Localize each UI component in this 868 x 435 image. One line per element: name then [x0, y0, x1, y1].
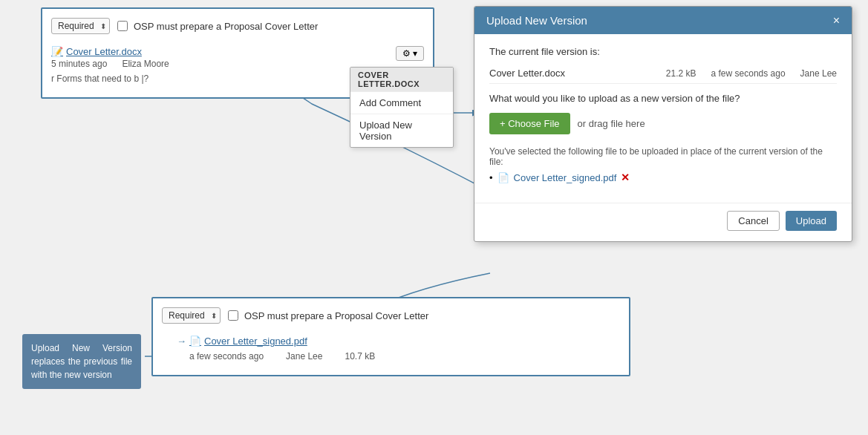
cancel-button[interactable]: Cancel — [727, 211, 779, 231]
bottom-file-size: 10.7 kB — [345, 351, 375, 362]
truncated-text: r Forms that need to b |? — [51, 73, 396, 84]
bottom-osp-checkbox-label[interactable]: OSP must prepare a Proposal Cover Letter — [228, 310, 428, 321]
modal-footer: Cancel Upload — [474, 203, 852, 241]
osp-label-text: OSP must prepare a Proposal Cover Letter — [134, 21, 318, 32]
required-select-wrapper[interactable]: Required — [51, 18, 110, 34]
osp-checkbox[interactable] — [117, 21, 128, 31]
modal-close-button[interactable]: × — [833, 15, 840, 27]
bottom-pdf-icon: 📄 — [189, 336, 201, 347]
current-file-version-row: Cover Letter.docx 21.2 kB a few seconds … — [489, 63, 837, 84]
top-panel-header: Required OSP must prepare a Proposal Cov… — [51, 18, 424, 34]
upload-button[interactable]: Upload — [786, 211, 837, 231]
top-file-info: 📝 Cover Letter.docx 5 minutes ago Eliza … — [51, 46, 396, 84]
gear-btn-wrapper: ⚙ ▾ COVER LETTER.DOCX Add Comment Upload… — [396, 46, 424, 61]
selected-file-name: Cover Letter_signed.pdf — [514, 172, 617, 183]
bottom-file-row: → 📄 Cover Letter_signed.pdf a few second… — [177, 331, 620, 366]
selected-file-label: You've selected the following file to be… — [489, 146, 837, 167]
tooltip-box: Upload New Version replaces the previous… — [22, 334, 141, 389]
bottom-file-user: Jane Lee — [286, 351, 322, 362]
required-select[interactable]: Required — [51, 18, 110, 34]
context-menu-header: COVER LETTER.DOCX — [350, 68, 453, 91]
bottom-panel-header: Required OSP must prepare a Proposal Cov… — [162, 307, 620, 324]
gear-dropdown-icon: ▾ — [413, 48, 417, 59]
pdf-icon: 📄 — [497, 172, 509, 183]
drag-text: or drag file here — [578, 118, 645, 129]
modal-body: The current file version is: Cover Lette… — [474, 34, 852, 195]
modal-title: Upload New Version — [486, 14, 587, 27]
arrow-indicator: → — [177, 336, 186, 347]
bottom-file-link[interactable]: 📄 Cover Letter_signed.pdf — [189, 336, 620, 347]
selected-file-item: • 📄 Cover Letter_signed.pdf ✕ — [489, 171, 837, 183]
upload-file-area: + Choose File or drag file here — [489, 113, 837, 134]
top-file-row: 📝 Cover Letter.docx 5 minutes ago Eliza … — [51, 42, 424, 88]
upload-modal: Upload New Version × The current file ve… — [474, 6, 852, 242]
top-file-meta: 5 minutes ago Eliza Moore — [51, 59, 396, 69]
docx-icon: 📝 — [51, 46, 63, 57]
top-file-time: 5 minutes ago — [51, 59, 107, 69]
bottom-osp-label-text: OSP must prepare a Proposal Cover Letter — [244, 310, 428, 321]
top-file-link[interactable]: 📝 Cover Letter.docx — [51, 46, 396, 57]
upload-new-version-menu-item[interactable]: Upload New Version — [350, 114, 453, 147]
current-file-size: 21.2 kB — [666, 68, 696, 79]
tooltip-text: Upload New Version replaces the previous… — [31, 343, 132, 380]
bottom-file-time: a few seconds ago — [189, 351, 264, 362]
gear-icon: ⚙ — [402, 48, 411, 59]
current-version-label: The current file version is: — [489, 46, 837, 57]
current-file-time: a few seconds ago — [711, 68, 786, 79]
bullet-icon: • — [489, 172, 493, 183]
bottom-required-select-wrapper[interactable]: Required — [162, 307, 221, 324]
context-menu: COVER LETTER.DOCX Add Comment Upload New… — [350, 67, 454, 148]
top-file-name: Cover Letter.docx — [66, 46, 142, 57]
osp-checkbox-label[interactable]: OSP must prepare a Proposal Cover Letter — [117, 21, 318, 32]
remove-file-button[interactable]: ✕ — [621, 171, 630, 183]
choose-file-button[interactable]: + Choose File — [489, 113, 570, 134]
current-file-user: Jane Lee — [800, 68, 837, 79]
upload-question: What would you like to upload as a new v… — [489, 93, 837, 104]
bottom-osp-checkbox[interactable] — [228, 310, 238, 321]
bottom-file-name: Cover Letter_signed.pdf — [204, 336, 307, 347]
bottom-file-info: 📄 Cover Letter_signed.pdf a few seconds … — [189, 336, 620, 362]
gear-button[interactable]: ⚙ ▾ — [396, 46, 424, 61]
bottom-file-meta: a few seconds ago Jane Lee 10.7 kB — [189, 351, 620, 362]
selected-file-section: You've selected the following file to be… — [489, 146, 837, 183]
top-file-user: Eliza Moore — [122, 59, 169, 69]
top-panel: Required OSP must prepare a Proposal Cov… — [41, 7, 434, 99]
modal-title-bar: Upload New Version × — [474, 7, 852, 34]
bottom-panel: Required OSP must prepare a Proposal Cov… — [151, 297, 630, 376]
bottom-required-select[interactable]: Required — [162, 307, 221, 324]
current-file-name: Cover Letter.docx — [489, 68, 651, 79]
add-comment-menu-item[interactable]: Add Comment — [350, 91, 453, 114]
